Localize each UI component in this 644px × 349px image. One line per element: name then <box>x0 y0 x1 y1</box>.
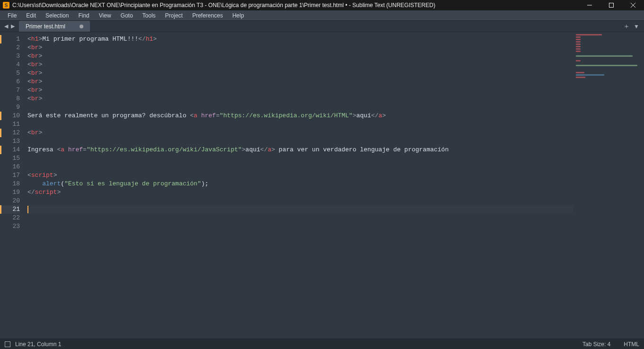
menu-goto[interactable]: Goto <box>116 10 138 20</box>
minimap-line <box>576 39 581 40</box>
status-cursor-position[interactable]: Line 21, Column 1 <box>15 341 61 348</box>
minimap-line <box>576 41 581 43</box>
code-line: Ingresa <a href="https://es.wikipedia.or… <box>27 146 573 154</box>
line-number: 21 <box>0 205 20 214</box>
tab-menu-button[interactable]: ▼ <box>634 23 639 30</box>
code-line: alert("Esto sí es lenguaje de programaci… <box>27 180 573 188</box>
code-line <box>27 222 573 231</box>
menu-selection[interactable]: Selection <box>41 10 73 20</box>
line-number: 13 <box>0 137 20 146</box>
minimap-line <box>576 34 602 35</box>
code-line: <br> <box>27 69 573 78</box>
minimap-line <box>576 51 581 52</box>
line-number: 6 <box>0 78 20 86</box>
window-title: C:\Users\st\Downloads\Oracle NEXT ONE\Pr… <box>12 2 435 9</box>
minimap-line <box>576 36 581 38</box>
menu-project[interactable]: Project <box>161 10 188 20</box>
window-controls <box>579 0 644 10</box>
minimap-line <box>576 74 604 76</box>
code-line: <br> <box>27 78 573 86</box>
minimap-line <box>576 46 581 47</box>
code-line: <br> <box>27 61 573 69</box>
menu-bar: FileEditSelectionFindViewGotoToolsProjec… <box>0 10 644 21</box>
close-button[interactable] <box>622 0 644 10</box>
code-line: </script> <box>27 188 573 197</box>
tab-back-button[interactable]: ◀ <box>4 23 8 29</box>
menu-file[interactable]: File <box>3 10 21 20</box>
minimap-line <box>576 72 584 73</box>
tab-label: Primer test.html <box>26 23 65 30</box>
minimap-line <box>576 44 581 45</box>
menu-preferences[interactable]: Preferences <box>188 10 228 20</box>
minimap-line <box>576 60 581 61</box>
code-line: <br> <box>27 95 573 103</box>
line-number: 11 <box>0 120 20 129</box>
gutter-mark-icon <box>0 205 1 214</box>
new-tab-button[interactable]: ＋ <box>623 22 630 31</box>
svg-rect-1 <box>609 3 614 8</box>
status-tab-size[interactable]: Tab Size: 4 <box>582 341 610 348</box>
app-icon: S <box>3 2 9 9</box>
gutter-mark-icon <box>0 146 1 154</box>
code-line <box>27 163 573 171</box>
minimap-line <box>576 65 637 66</box>
line-number: 1 <box>0 35 20 44</box>
editor-area: 1234567891011121314151617181920212223 <h… <box>0 32 644 339</box>
minimap-line <box>576 55 633 57</box>
window-titlebar: S C:\Users\st\Downloads\Oracle NEXT ONE\… <box>0 0 644 10</box>
menu-help[interactable]: Help <box>228 10 249 20</box>
code-line: <h1>Mi primer programa HTML!!!</h1> <box>27 35 573 44</box>
code-line <box>27 197 573 205</box>
line-number: 7 <box>0 86 20 95</box>
line-number: 14 <box>0 146 20 154</box>
code-line: <br> <box>27 52 573 61</box>
line-number: 22 <box>0 214 20 222</box>
tab-forward-button[interactable]: ▶ <box>11 23 15 29</box>
line-number: 10 <box>0 112 20 120</box>
menu-tools[interactable]: Tools <box>138 10 161 20</box>
text-cursor <box>27 206 28 213</box>
line-number: 17 <box>0 171 20 180</box>
code-line <box>27 205 573 214</box>
code-line <box>27 137 573 146</box>
line-number: 19 <box>0 188 20 197</box>
status-bar: Line 21, Column 1 Tab Size: 4 HTML <box>0 339 644 349</box>
minimap-line <box>576 48 581 50</box>
menu-find[interactable]: Find <box>73 10 94 20</box>
gutter-mark-icon <box>0 35 1 44</box>
file-tab[interactable]: Primer test.html <box>19 21 90 32</box>
maximize-button[interactable] <box>600 0 622 10</box>
code-line: Será este realmente un programa? descúbr… <box>27 112 573 120</box>
code-line <box>27 154 573 163</box>
tab-history-nav: ◀ ▶ <box>0 21 19 32</box>
line-number-gutter[interactable]: 1234567891011121314151617181920212223 <box>0 32 25 339</box>
code-line: <script> <box>27 171 573 180</box>
line-number: 8 <box>0 95 20 103</box>
line-number: 4 <box>0 61 20 69</box>
line-number: 3 <box>0 52 20 61</box>
line-number: 23 <box>0 222 20 231</box>
minimap[interactable] <box>573 32 644 339</box>
minimap-line <box>576 77 585 78</box>
panel-switcher-icon[interactable] <box>5 341 10 347</box>
gutter-mark-icon <box>0 112 1 120</box>
code-line <box>27 214 573 222</box>
code-editor[interactable]: <h1>Mi primer programa HTML!!!</h1><br><… <box>25 32 573 339</box>
status-syntax[interactable]: HTML <box>624 341 639 348</box>
code-line <box>27 103 573 112</box>
tab-bar: ◀ ▶ Primer test.html ＋ ▼ <box>0 21 644 32</box>
code-line: <br> <box>27 86 573 95</box>
line-number: 18 <box>0 180 20 188</box>
code-line: <br> <box>27 44 573 52</box>
line-number: 16 <box>0 163 20 171</box>
line-number: 2 <box>0 44 20 52</box>
line-number: 12 <box>0 129 20 137</box>
line-number: 5 <box>0 69 20 78</box>
gutter-mark-icon <box>0 129 1 137</box>
line-number: 9 <box>0 103 20 112</box>
minimize-button[interactable] <box>579 0 600 10</box>
code-line <box>27 120 573 129</box>
menu-edit[interactable]: Edit <box>21 10 41 20</box>
line-number: 20 <box>0 197 20 205</box>
menu-view[interactable]: View <box>94 10 116 20</box>
